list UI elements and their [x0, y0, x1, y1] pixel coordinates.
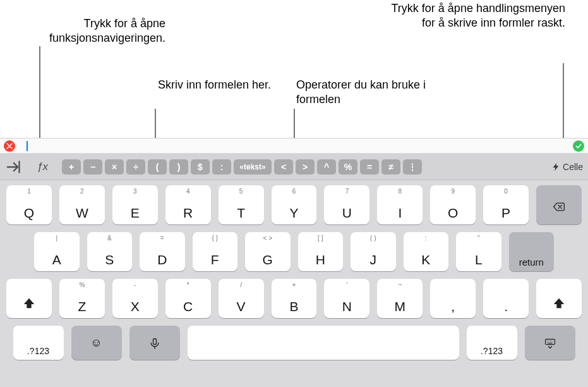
text-caret	[27, 141, 28, 151]
key-sub-label: { }	[212, 235, 218, 242]
operator-minus[interactable]: −	[83, 159, 102, 175]
key-sub-label: 5	[239, 188, 243, 195]
keyboard-row-2: |A&S=D{ }F< >G[ ]H( )J:K"L return	[4, 232, 584, 271]
key-y[interactable]: 6Y	[272, 185, 317, 224]
operator-mult[interactable]: ×	[105, 159, 124, 175]
key-d[interactable]: =D	[140, 232, 185, 271]
key-w[interactable]: 2W	[59, 185, 105, 224]
mic-icon	[148, 337, 161, 350]
indent-button[interactable]	[5, 157, 24, 176]
formula-cancel-button[interactable]	[4, 140, 15, 152]
key-k[interactable]: :K	[404, 232, 449, 271]
key-main-label: C	[183, 299, 193, 314]
key-a[interactable]: |A	[34, 232, 80, 271]
numbers-key-right[interactable]: .?123	[467, 326, 517, 360]
key-main-label: X	[131, 299, 140, 314]
key-main-label: Q	[24, 206, 34, 221]
key-sub-label: ~	[398, 281, 402, 288]
formula-input[interactable]	[19, 138, 569, 153]
key-sub-label: /	[240, 281, 242, 288]
key-f[interactable]: { }F	[193, 232, 238, 271]
keyboard-hide-icon	[544, 337, 556, 350]
operator-dollar[interactable]: $	[191, 159, 210, 175]
fx-functions-button[interactable]: ƒx	[33, 157, 52, 176]
key-g[interactable]: < >G	[245, 232, 291, 271]
operator-more[interactable]: ⋮	[403, 159, 422, 175]
shift-up-icon	[552, 297, 566, 310]
shift-key-right[interactable]	[536, 279, 582, 318]
numbers-label: .?123	[27, 346, 49, 356]
return-key[interactable]: return	[509, 232, 555, 271]
key-.[interactable]: .	[483, 279, 529, 318]
celle-action-button[interactable]: Celle	[551, 162, 583, 172]
key-main-label: O	[448, 206, 458, 221]
return-key-label: return	[519, 257, 544, 267]
key-b[interactable]: +B	[272, 279, 317, 318]
key-z[interactable]: %Z	[59, 279, 105, 318]
key-t[interactable]: 5T	[219, 185, 264, 224]
operator-caret[interactable]: ^	[317, 159, 336, 175]
key-l[interactable]: "L	[456, 232, 501, 271]
operator-lt[interactable]: <	[274, 159, 293, 175]
keyboard-row-4: .?123 ☺ .?123	[4, 326, 584, 360]
key-u[interactable]: 7U	[324, 185, 369, 224]
key-main-label: K	[421, 252, 430, 267]
backspace-key[interactable]	[536, 185, 582, 224]
key-main-label: W	[76, 206, 88, 221]
callout-celle: Trykk for å åpne handlingsmenyen for å s…	[382, 1, 565, 31]
key-main-label: J	[370, 252, 377, 267]
key-c[interactable]: *C	[165, 279, 211, 318]
key-main-label: E	[131, 206, 140, 221]
key-v[interactable]: /V	[219, 279, 264, 318]
emoji-icon: ☺	[90, 336, 102, 350]
fx-label: ƒx	[37, 161, 48, 173]
operator-neq[interactable]: ≠	[381, 159, 400, 175]
shift-key-left[interactable]	[6, 279, 52, 318]
key-q[interactable]: 1Q	[6, 185, 52, 224]
key-,[interactable]: ,	[430, 279, 476, 318]
key-m[interactable]: ~M	[377, 279, 423, 318]
key-p[interactable]: 0P	[483, 185, 529, 224]
key-main-label: I	[398, 206, 402, 221]
formula-confirm-button[interactable]	[573, 140, 584, 152]
key-s[interactable]: &S	[87, 232, 133, 271]
operator-eq[interactable]: =	[360, 159, 379, 175]
emoji-key[interactable]: ☺	[71, 326, 122, 360]
key-j[interactable]: ( )J	[351, 232, 396, 271]
numbers-label: .?123	[481, 346, 503, 356]
spacebar-key[interactable]	[188, 326, 459, 360]
key-r[interactable]: 4R	[165, 185, 211, 224]
key-main-label: L	[475, 252, 483, 267]
operator-div[interactable]: ÷	[126, 159, 145, 175]
operator-lparen[interactable]: (	[148, 159, 167, 175]
operator-colon[interactable]: :	[212, 159, 231, 175]
hide-keyboard-key[interactable]	[525, 326, 575, 360]
key-x[interactable]: -X	[112, 279, 158, 318]
x-icon	[6, 143, 13, 149]
key-sub-label: 3	[133, 188, 137, 195]
key-main-label: H	[316, 252, 325, 267]
numbers-key-left[interactable]: .?123	[13, 326, 64, 360]
key-h[interactable]: [ ]H	[298, 232, 344, 271]
key-sub-label: [ ]	[318, 235, 323, 242]
key-main-label: .	[504, 299, 508, 314]
key-sub-label: =	[160, 235, 164, 242]
operator-percent[interactable]: %	[339, 159, 357, 175]
keyboard-row-3: %Z-X*C/V+B'N~M,.	[4, 279, 584, 318]
key-main-label: ,	[451, 299, 455, 314]
operator-rparen[interactable]: )	[169, 159, 188, 175]
key-i[interactable]: 8I	[377, 185, 423, 224]
key-sub-label: "	[477, 235, 480, 242]
key-o[interactable]: 9O	[430, 185, 476, 224]
key-main-label: N	[342, 299, 352, 314]
key-sub-label: 6	[292, 188, 296, 195]
operator-text[interactable]: «tekst»	[234, 159, 272, 175]
operator-gt[interactable]: >	[296, 159, 315, 175]
dictation-key[interactable]	[129, 326, 180, 360]
operator-plus[interactable]: +	[62, 159, 81, 175]
lightning-icon	[551, 163, 560, 171]
key-sub-label: -	[134, 281, 136, 288]
key-sub-label: *	[187, 281, 189, 288]
key-e[interactable]: 3E	[112, 185, 158, 224]
key-n[interactable]: 'N	[324, 279, 369, 318]
